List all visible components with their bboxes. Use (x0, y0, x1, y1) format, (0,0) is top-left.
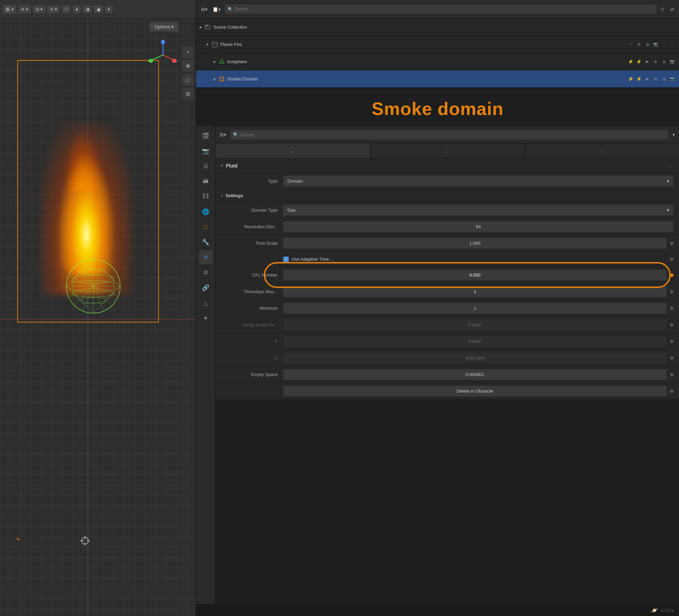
tree-item-smoke-domain[interactable]: ▶ Smoke Domain ⚡ ⚡ ▶ 👁 🖥 📷 (196, 70, 679, 88)
props-icon-modifier[interactable]: 🔧 (199, 235, 213, 249)
smoke-eye-icon[interactable]: 👁 (652, 76, 659, 83)
gravity-x-field[interactable]: 0 m/s² (283, 319, 667, 330)
props-icon-physics[interactable]: ⚙ (199, 266, 213, 279)
minimum-value: 1 (283, 303, 667, 314)
ico-link2-icon[interactable]: ⚡ (635, 58, 642, 65)
props-icon-output[interactable]: 🖨 (199, 159, 213, 173)
options-button[interactable]: Options ▾ (150, 22, 179, 31)
shading-extra-btn[interactable]: ▾ (105, 6, 113, 13)
tree-arrow-scene: ▶ (200, 25, 204, 29)
props-icon-data[interactable]: △ (199, 296, 213, 310)
editor-type-btn[interactable]: ⊞ ▾ (3, 5, 16, 14)
corner-mark (17, 537, 20, 540)
editor-type-icon: ⊞ (6, 6, 10, 12)
outliner-editor-btn[interactable]: ⊞▾ (200, 5, 209, 13)
ico-link-icon[interactable]: ⚡ (627, 58, 634, 65)
shading-wire-btn[interactable]: ⬡ (62, 6, 71, 13)
resolution-field[interactable]: 64 (283, 221, 673, 232)
minimum-dot (670, 307, 673, 310)
tree-item-scene-collection[interactable]: ▶ Scene Collection (196, 19, 679, 36)
ico-screen-icon[interactable]: 🖥 (660, 58, 667, 65)
gravity-z-field[interactable]: -9.81 m/s² (283, 353, 667, 363)
shading-material-btn[interactable]: ◑ (83, 6, 92, 13)
props-icon-particles[interactable]: ⚛ (199, 250, 213, 264)
props-icon-material[interactable]: ● (199, 311, 213, 325)
props-icon-scene[interactable]: 🎬 (199, 129, 213, 143)
props-search-container: 🔍 (230, 130, 668, 139)
svg-line-34 (152, 55, 163, 60)
tab-1[interactable]: ... (216, 143, 370, 158)
empty-space-field[interactable]: 0.000001 (283, 369, 667, 380)
fluid-section-header[interactable]: ▾ Fluid ⋯ (216, 158, 679, 173)
shading-solid-btn[interactable]: ● (73, 6, 81, 13)
props-icon-constraints[interactable]: 🔗 (199, 281, 213, 295)
tab-2[interactable]: ... (370, 143, 525, 158)
adaptive-time-checkbox[interactable]: ✓ (283, 257, 289, 262)
smoke-screen-icon[interactable]: 🖥 (660, 76, 667, 83)
ico-camera-icon[interactable]: 📷 (669, 58, 676, 65)
outliner-sync-btn[interactable]: ⇄ (669, 5, 676, 13)
tab-3[interactable]: ... (525, 143, 679, 158)
mode-icon: ≋ (21, 7, 25, 12)
tab-bar: ... ... ... (216, 143, 679, 158)
props-editor-btn[interactable]: ⊞▾ (218, 131, 228, 139)
props-dropdown-btn[interactable]: ▾ (671, 131, 676, 139)
tree-item-icosphere[interactable]: ▶ Icosphere ⚡ ⚡ ▶ 👁 🖥 📷 (196, 53, 679, 70)
zoom-icon[interactable]: + (182, 46, 194, 58)
outliner-header-left: ⊞▾ 📋▾ (200, 5, 222, 13)
viewport-shading-btn[interactable]: ◎ ▾ (33, 6, 45, 13)
overlay-arrow: ▾ (55, 7, 57, 12)
props-icon-scene2[interactable]: 🎞 (199, 190, 213, 203)
mode-arrow: ▾ (26, 7, 28, 12)
smoke-camera-icon[interactable]: 📷 (669, 76, 676, 83)
material-icon: ◑ (86, 7, 89, 12)
shading-render-btn[interactable]: ◕ (94, 6, 103, 13)
gravity-z-row: Z -9.81 m/s² (216, 350, 679, 366)
outliner-search-input[interactable] (225, 4, 657, 14)
props-main: 🎬 📷 🖨 🏔 🎞 🌐 □ 🔧 ⚛ ⚙ 🔗 △ ● ⊞▾ 🔍 ▾ (196, 126, 679, 604)
domain-type-dropdown[interactable]: Gas ▾ (283, 205, 673, 215)
ico-arrow-icon[interactable]: ▶ (644, 58, 651, 65)
camera-icon[interactable]: 🎥 (182, 74, 194, 86)
solid-icon: ● (76, 7, 78, 12)
delete-obstacle-btn[interactable]: Delete in Obstacle (283, 386, 667, 396)
type-selected: Domain (287, 179, 303, 184)
eye-icon[interactable]: 👁 (635, 41, 642, 48)
table-icon[interactable]: ⊞ (182, 88, 194, 99)
svg-text:Z: Z (162, 39, 164, 42)
tree-item-flame-fire[interactable]: ▾ Flame Fire ✓ 👁 🖥 📷 ● ● (196, 36, 679, 53)
overlay-btn[interactable]: ⊙ ▾ (47, 6, 60, 13)
pan-icon[interactable]: ✥ (182, 60, 194, 72)
props-search-input[interactable] (230, 130, 668, 139)
timesteps-max-field[interactable]: 4 (283, 286, 667, 297)
screen-icon[interactable]: 🖥 (644, 41, 651, 48)
gravity-y-field[interactable]: 0 m/s² (283, 336, 667, 347)
camera-small-icon[interactable]: 📷 (652, 41, 659, 48)
smoke-arrow-icon[interactable]: ▶ (644, 76, 651, 83)
time-scale-field[interactable]: 1.000 (283, 238, 667, 249)
smoke-link2-icon[interactable]: ⚡ (635, 76, 642, 83)
gravity-y-value: 0 m/s² (283, 336, 667, 347)
props-icon-render[interactable]: 📷 (199, 144, 213, 158)
gravity-x-value: 0 m/s² (283, 319, 667, 330)
empty-space-label: Empty Space (221, 372, 283, 377)
viewport-mode-btn[interactable]: ≋ ▾ (18, 6, 31, 13)
checkmark-icon[interactable]: ✓ (627, 41, 634, 48)
props-icon-world[interactable]: 🌐 (199, 205, 213, 219)
fluid-section-title: Fluid (226, 163, 237, 169)
smoke-link-icon[interactable]: ⚡ (627, 76, 634, 83)
props-icon-viewlayer[interactable]: 🏔 (199, 174, 213, 188)
cfl-field[interactable]: 4.000 (283, 270, 667, 280)
outliner-filter-btn[interactable]: ▽ (659, 5, 666, 13)
ico-eye-icon[interactable]: 👁 (652, 58, 659, 65)
ico-actions: ⚡ ⚡ ▶ 👁 🖥 📷 (627, 58, 676, 65)
props-icon-object[interactable]: □ (199, 220, 213, 234)
outliner-mode-btn[interactable]: 📋▾ (211, 5, 222, 13)
delete-obstacle-value: Delete in Obstacle (283, 386, 667, 396)
type-dropdown[interactable]: Domain ▾ (283, 176, 673, 186)
transform-gizmo[interactable]: Z X Y (147, 39, 179, 70)
minimum-field[interactable]: 1 (283, 303, 667, 314)
timesteps-max-dot (670, 290, 673, 293)
settings-header[interactable]: ▾ Settings (216, 190, 679, 202)
adaptive-time-checkbox-label: Use Adaptive Time ... (291, 257, 334, 262)
